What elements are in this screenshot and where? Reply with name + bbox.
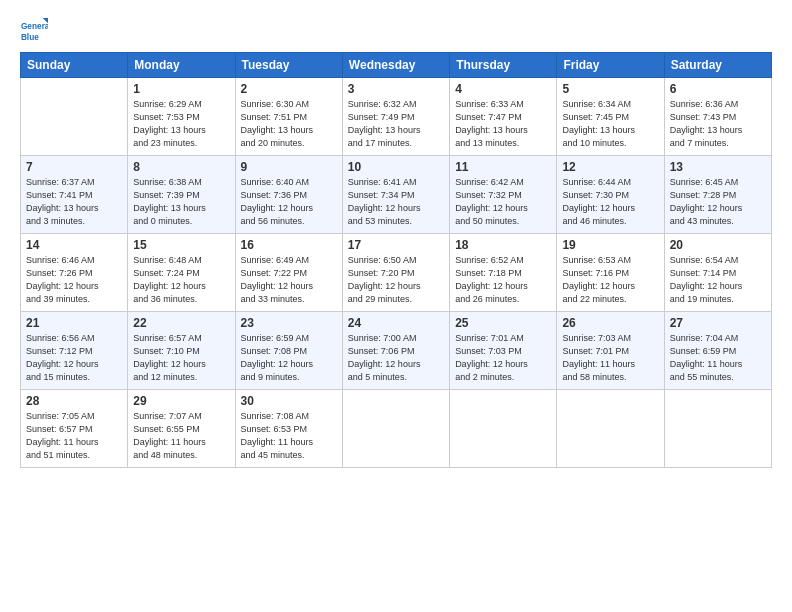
day-number: 16: [241, 238, 337, 252]
day-info: Sunrise: 6:57 AM Sunset: 7:10 PM Dayligh…: [133, 332, 229, 384]
calendar-cell: 30Sunrise: 7:08 AM Sunset: 6:53 PM Dayli…: [235, 390, 342, 468]
calendar-cell: 8Sunrise: 6:38 AM Sunset: 7:39 PM Daylig…: [128, 156, 235, 234]
day-info: Sunrise: 6:46 AM Sunset: 7:26 PM Dayligh…: [26, 254, 122, 306]
svg-text:General: General: [21, 21, 48, 31]
day-number: 15: [133, 238, 229, 252]
calendar-cell: 17Sunrise: 6:50 AM Sunset: 7:20 PM Dayli…: [342, 234, 449, 312]
calendar-cell: 2Sunrise: 6:30 AM Sunset: 7:51 PM Daylig…: [235, 78, 342, 156]
day-info: Sunrise: 6:50 AM Sunset: 7:20 PM Dayligh…: [348, 254, 444, 306]
header: General Blue: [20, 18, 772, 46]
day-info: Sunrise: 6:40 AM Sunset: 7:36 PM Dayligh…: [241, 176, 337, 228]
day-number: 13: [670, 160, 766, 174]
calendar-cell: [21, 78, 128, 156]
calendar-cell: 7Sunrise: 6:37 AM Sunset: 7:41 PM Daylig…: [21, 156, 128, 234]
day-number: 1: [133, 82, 229, 96]
day-number: 26: [562, 316, 658, 330]
calendar-cell: 19Sunrise: 6:53 AM Sunset: 7:16 PM Dayli…: [557, 234, 664, 312]
day-info: Sunrise: 6:33 AM Sunset: 7:47 PM Dayligh…: [455, 98, 551, 150]
calendar-week-4: 21Sunrise: 6:56 AM Sunset: 7:12 PM Dayli…: [21, 312, 772, 390]
day-number: 2: [241, 82, 337, 96]
day-info: Sunrise: 7:03 AM Sunset: 7:01 PM Dayligh…: [562, 332, 658, 384]
logo-icon: General Blue: [20, 18, 48, 46]
day-number: 29: [133, 394, 229, 408]
calendar-cell: 21Sunrise: 6:56 AM Sunset: 7:12 PM Dayli…: [21, 312, 128, 390]
day-info: Sunrise: 6:45 AM Sunset: 7:28 PM Dayligh…: [670, 176, 766, 228]
day-number: 27: [670, 316, 766, 330]
day-number: 18: [455, 238, 551, 252]
day-number: 14: [26, 238, 122, 252]
day-number: 20: [670, 238, 766, 252]
day-number: 19: [562, 238, 658, 252]
calendar-cell: [342, 390, 449, 468]
day-info: Sunrise: 6:56 AM Sunset: 7:12 PM Dayligh…: [26, 332, 122, 384]
calendar-cell: 4Sunrise: 6:33 AM Sunset: 7:47 PM Daylig…: [450, 78, 557, 156]
calendar-cell: 1Sunrise: 6:29 AM Sunset: 7:53 PM Daylig…: [128, 78, 235, 156]
day-number: 8: [133, 160, 229, 174]
day-info: Sunrise: 6:41 AM Sunset: 7:34 PM Dayligh…: [348, 176, 444, 228]
day-number: 3: [348, 82, 444, 96]
calendar-cell: 11Sunrise: 6:42 AM Sunset: 7:32 PM Dayli…: [450, 156, 557, 234]
calendar-cell: 18Sunrise: 6:52 AM Sunset: 7:18 PM Dayli…: [450, 234, 557, 312]
day-number: 6: [670, 82, 766, 96]
day-number: 23: [241, 316, 337, 330]
calendar-cell: 24Sunrise: 7:00 AM Sunset: 7:06 PM Dayli…: [342, 312, 449, 390]
calendar-cell: 3Sunrise: 6:32 AM Sunset: 7:49 PM Daylig…: [342, 78, 449, 156]
calendar-cell: 15Sunrise: 6:48 AM Sunset: 7:24 PM Dayli…: [128, 234, 235, 312]
column-header-wednesday: Wednesday: [342, 53, 449, 78]
logo: General Blue: [20, 18, 52, 46]
day-number: 9: [241, 160, 337, 174]
column-header-tuesday: Tuesday: [235, 53, 342, 78]
calendar-header-row: SundayMondayTuesdayWednesdayThursdayFrid…: [21, 53, 772, 78]
calendar-cell: 26Sunrise: 7:03 AM Sunset: 7:01 PM Dayli…: [557, 312, 664, 390]
day-info: Sunrise: 6:36 AM Sunset: 7:43 PM Dayligh…: [670, 98, 766, 150]
day-info: Sunrise: 6:30 AM Sunset: 7:51 PM Dayligh…: [241, 98, 337, 150]
day-info: Sunrise: 7:00 AM Sunset: 7:06 PM Dayligh…: [348, 332, 444, 384]
column-header-saturday: Saturday: [664, 53, 771, 78]
calendar-week-2: 7Sunrise: 6:37 AM Sunset: 7:41 PM Daylig…: [21, 156, 772, 234]
column-header-monday: Monday: [128, 53, 235, 78]
page: General Blue SundayMondayTuesdayWednesda…: [0, 0, 792, 612]
calendar-cell: 9Sunrise: 6:40 AM Sunset: 7:36 PM Daylig…: [235, 156, 342, 234]
calendar-cell: 25Sunrise: 7:01 AM Sunset: 7:03 PM Dayli…: [450, 312, 557, 390]
day-info: Sunrise: 7:05 AM Sunset: 6:57 PM Dayligh…: [26, 410, 122, 462]
day-info: Sunrise: 6:34 AM Sunset: 7:45 PM Dayligh…: [562, 98, 658, 150]
day-number: 21: [26, 316, 122, 330]
svg-text:Blue: Blue: [21, 32, 39, 42]
day-info: Sunrise: 7:08 AM Sunset: 6:53 PM Dayligh…: [241, 410, 337, 462]
day-number: 28: [26, 394, 122, 408]
day-number: 12: [562, 160, 658, 174]
day-info: Sunrise: 6:29 AM Sunset: 7:53 PM Dayligh…: [133, 98, 229, 150]
calendar-cell: 20Sunrise: 6:54 AM Sunset: 7:14 PM Dayli…: [664, 234, 771, 312]
day-number: 7: [26, 160, 122, 174]
day-info: Sunrise: 6:44 AM Sunset: 7:30 PM Dayligh…: [562, 176, 658, 228]
calendar-cell: 16Sunrise: 6:49 AM Sunset: 7:22 PM Dayli…: [235, 234, 342, 312]
calendar-cell: 23Sunrise: 6:59 AM Sunset: 7:08 PM Dayli…: [235, 312, 342, 390]
calendar-cell: 22Sunrise: 6:57 AM Sunset: 7:10 PM Dayli…: [128, 312, 235, 390]
calendar-cell: 10Sunrise: 6:41 AM Sunset: 7:34 PM Dayli…: [342, 156, 449, 234]
calendar-cell: 29Sunrise: 7:07 AM Sunset: 6:55 PM Dayli…: [128, 390, 235, 468]
calendar-week-5: 28Sunrise: 7:05 AM Sunset: 6:57 PM Dayli…: [21, 390, 772, 468]
calendar-cell: 28Sunrise: 7:05 AM Sunset: 6:57 PM Dayli…: [21, 390, 128, 468]
column-header-friday: Friday: [557, 53, 664, 78]
calendar-cell: 12Sunrise: 6:44 AM Sunset: 7:30 PM Dayli…: [557, 156, 664, 234]
calendar-cell: 27Sunrise: 7:04 AM Sunset: 6:59 PM Dayli…: [664, 312, 771, 390]
day-info: Sunrise: 6:54 AM Sunset: 7:14 PM Dayligh…: [670, 254, 766, 306]
day-info: Sunrise: 6:32 AM Sunset: 7:49 PM Dayligh…: [348, 98, 444, 150]
day-number: 4: [455, 82, 551, 96]
calendar-cell: [557, 390, 664, 468]
day-info: Sunrise: 6:38 AM Sunset: 7:39 PM Dayligh…: [133, 176, 229, 228]
calendar-week-1: 1Sunrise: 6:29 AM Sunset: 7:53 PM Daylig…: [21, 78, 772, 156]
day-number: 30: [241, 394, 337, 408]
day-number: 11: [455, 160, 551, 174]
day-number: 10: [348, 160, 444, 174]
calendar-table: SundayMondayTuesdayWednesdayThursdayFrid…: [20, 52, 772, 468]
day-info: Sunrise: 6:37 AM Sunset: 7:41 PM Dayligh…: [26, 176, 122, 228]
day-info: Sunrise: 6:52 AM Sunset: 7:18 PM Dayligh…: [455, 254, 551, 306]
calendar-cell: 5Sunrise: 6:34 AM Sunset: 7:45 PM Daylig…: [557, 78, 664, 156]
column-header-thursday: Thursday: [450, 53, 557, 78]
calendar-cell: [664, 390, 771, 468]
day-number: 5: [562, 82, 658, 96]
calendar-cell: [450, 390, 557, 468]
day-info: Sunrise: 7:07 AM Sunset: 6:55 PM Dayligh…: [133, 410, 229, 462]
calendar-cell: 6Sunrise: 6:36 AM Sunset: 7:43 PM Daylig…: [664, 78, 771, 156]
